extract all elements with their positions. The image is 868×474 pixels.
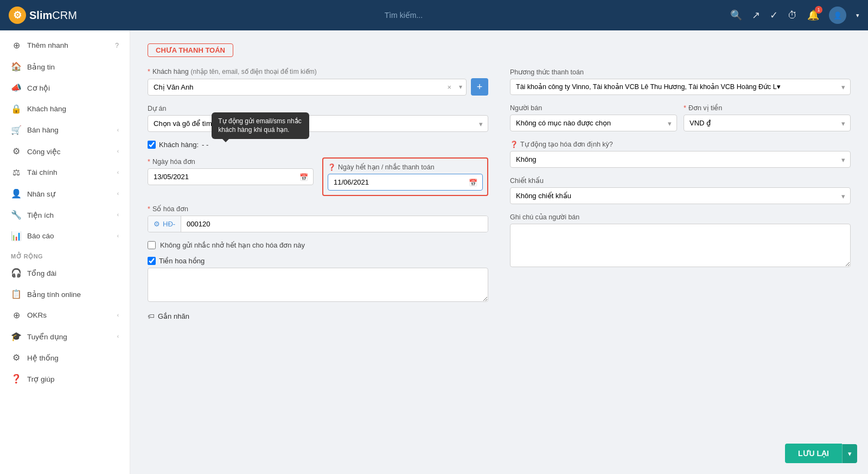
- logo-gear-icon: ⚙: [9, 7, 26, 24]
- arrow-icon-6: ‹: [117, 233, 119, 239]
- sidebar-item-he-thong[interactable]: ⚙ Hệ thống: [0, 347, 130, 368]
- save-button[interactable]: LƯU LẠI: [785, 444, 842, 463]
- sidebar-label-co-hoi: Cơ hội: [27, 84, 50, 92]
- project-field-group: Dự án Chọn và gõ để tìm kiếm: [148, 104, 488, 132]
- customer-row: × ▾ +: [148, 78, 488, 96]
- invoice-number-group: * Số hóa đơn ⚙ HĐ- 000120: [148, 205, 488, 232]
- no-reminder-checkbox[interactable]: [148, 241, 156, 249]
- sidebar-item-co-hoi[interactable]: 📣 Cơ hội: [0, 77, 130, 98]
- avatar-dropdown-icon[interactable]: ▾: [856, 12, 859, 19]
- commission-group: Tiền hoa hồng: [148, 257, 488, 304]
- invoice-prefix-button[interactable]: ⚙ HĐ-: [148, 216, 181, 232]
- payment-method-wrapper: Tài khoản công ty Vinno, Tài khoản VCB L…: [510, 79, 851, 95]
- tag-row: 🏷 Gắn nhãn: [148, 312, 488, 320]
- sidebar-item-bang-tinh-online[interactable]: 📋 Bảng tính online: [0, 283, 130, 305]
- expiry-date-calendar-icon[interactable]: 📅: [469, 178, 477, 186]
- home-icon: 🏠: [11, 61, 22, 72]
- invoice-number-input[interactable]: 000120: [181, 216, 488, 232]
- project-select-wrapper: Chọn và gõ để tìm kiếm: [148, 115, 488, 132]
- no-reminder-label[interactable]: Không gửi nhắc nhở hết hạn cho hóa đơn n…: [160, 241, 305, 249]
- discount-select[interactable]: Không chiết khấu: [510, 187, 851, 204]
- sidebar-item-cong-viec[interactable]: ⚙ Công việc ‹: [0, 141, 130, 162]
- clock-icon[interactable]: ⏱: [788, 10, 797, 21]
- save-button-row: LƯU LẠI ▾: [785, 444, 857, 463]
- topnav: ⚙ SlimCRM Tìm kiếm... 🔍 ↗ ✓ ⏱ 🔔 1 👤 ▾: [0, 0, 868, 30]
- seller-group: Người bán Không có mục nào được chọn: [510, 104, 677, 131]
- tooltip-box: Tự động gửi email/sms nhắc khách hàng kh…: [212, 112, 309, 140]
- currency-select[interactable]: VND ₫: [684, 115, 851, 131]
- commission-textarea[interactable]: [148, 268, 488, 302]
- sidebar-item-ban-hang[interactable]: 🛒 Bán hàng ‹: [0, 119, 130, 141]
- currency-group: * Đơn vị tiền VND ₫: [684, 104, 851, 131]
- sidebar-label-tien-ich: Tiện ích: [27, 211, 54, 219]
- arrow-icon-5: ‹: [117, 212, 119, 218]
- seller-currency-row: Người bán Không có mục nào được chọn * Đ…: [510, 104, 851, 131]
- logo-text: SlimCRM: [29, 9, 77, 22]
- discount-group: Chiết khấu Không chiết khấu: [510, 176, 851, 204]
- share-icon[interactable]: ↗: [752, 9, 760, 21]
- project-label: Dự án: [148, 104, 488, 112]
- form-right-column: Phương thức thanh toán Tài khoản công ty…: [510, 68, 851, 329]
- logo[interactable]: ⚙ SlimCRM: [9, 7, 77, 24]
- sidebar-item-tuyen-dung[interactable]: 🎓 Tuyển dụng ‹: [0, 326, 130, 347]
- sidebar-item-tai-chinh[interactable]: ⚖ Tài chính ‹: [0, 162, 130, 183]
- commission-checkbox[interactable]: [148, 257, 156, 265]
- sidebar-label-cong-viec: Công việc: [27, 147, 61, 156]
- sidebar-item-bang-tin[interactable]: 🏠 Bảng tin: [0, 56, 130, 77]
- phone-icon: 🎧: [11, 268, 22, 278]
- customer-dropdown-icon[interactable]: ▾: [459, 83, 462, 91]
- expiry-date-label: ❓ Ngày hết hạn / nhắc thanh toán: [328, 163, 483, 171]
- arrow-icon-7: ‹: [117, 312, 119, 318]
- sidebar-label-he-thong: Hệ thống: [27, 353, 59, 362]
- utility-icon: 🔧: [11, 210, 22, 220]
- payment-method-label: Phương thức thanh toán: [510, 68, 851, 76]
- expiry-date-input[interactable]: [328, 174, 483, 191]
- save-dropdown-button[interactable]: ▾: [842, 444, 857, 463]
- task-list-icon: ⚙: [11, 146, 22, 156]
- sidebar-item-nhan-su[interactable]: 👤 Nhân sự ‹: [0, 183, 130, 204]
- search-icon[interactable]: 🔍: [730, 9, 742, 21]
- customer-input-wrapper: × ▾: [148, 79, 467, 96]
- discount-select-wrapper: Không chiết khấu: [510, 187, 851, 204]
- payment-method-group: Phương thức thanh toán Tài khoản công ty…: [510, 68, 851, 95]
- main-content: CHƯA THANH TOÁN * Khách hàng (nhập tên, …: [130, 30, 868, 474]
- sidebar-label-tai-chinh: Tài chính: [27, 168, 58, 176]
- invoice-date-calendar-icon[interactable]: 📅: [299, 173, 308, 181]
- auto-invoice-help-icon: ❓: [510, 141, 518, 148]
- sidebar-item-tien-ich[interactable]: 🔧 Tiện ích ‹: [0, 204, 130, 225]
- sidebar-label-bang-tin: Bảng tin: [27, 62, 55, 71]
- date-fields-section: * Ngày hóa đơn 📅: [148, 157, 488, 196]
- invoice-date-row: 📅: [148, 168, 314, 185]
- customer-info-checkbox[interactable]: [148, 141, 156, 149]
- currency-select-wrapper: VND ₫: [684, 115, 851, 131]
- sidebar-item-okrs[interactable]: ⊕ OKRs ‹: [0, 305, 130, 326]
- customer-input[interactable]: [148, 79, 467, 96]
- sidebar-item-them-nhanh[interactable]: ⊕ Thêm nhanh ?: [0, 35, 130, 56]
- seller-note-label: Ghi chú của người bán: [510, 213, 851, 221]
- auto-invoice-select[interactable]: Không: [510, 151, 851, 168]
- status-badge: CHƯA THANH TOÁN: [148, 43, 233, 57]
- sidebar-item-bao-cao[interactable]: 📊 Báo cáo ‹: [0, 225, 130, 247]
- payment-method-select[interactable]: Tài khoản công ty Vinno, Tài khoản VCB L…: [510, 79, 851, 95]
- date-fields-row: * Ngày hóa đơn 📅: [148, 157, 488, 196]
- seller-select[interactable]: Không có mục nào được chọn: [510, 115, 677, 131]
- user-avatar[interactable]: 👤: [829, 7, 846, 24]
- arrow-icon-4: ‹: [117, 191, 119, 197]
- customer-clear-button[interactable]: ×: [447, 83, 451, 91]
- system-icon: ⚙: [11, 352, 22, 363]
- seller-select-wrapper: Không có mục nào được chọn: [510, 115, 677, 131]
- customer-add-button[interactable]: +: [471, 78, 488, 96]
- invoice-date-input[interactable]: [148, 168, 314, 185]
- sidebar-label-tong-dai: Tổng đài: [27, 269, 56, 277]
- sidebar-item-khach-hang[interactable]: 🔒 Khách hàng: [0, 98, 130, 119]
- seller-note-textarea[interactable]: [510, 224, 851, 267]
- sales-icon: 🛒: [11, 125, 22, 135]
- sidebar-item-tro-giup[interactable]: ❓ Trợ giúp: [0, 368, 130, 389]
- project-select[interactable]: Chọn và gõ để tìm kiếm: [148, 115, 488, 132]
- customer-icon: 🔒: [11, 104, 22, 114]
- task-icon[interactable]: ✓: [770, 9, 778, 21]
- tooltip-text: Tự động gửi email/sms nhắc khách hàng kh…: [218, 117, 301, 134]
- notification-bell[interactable]: 🔔 1: [807, 9, 819, 21]
- topnav-icons: 🔍 ↗ ✓ ⏱ 🔔 1 👤 ▾: [730, 7, 859, 24]
- sidebar-item-tong-dai[interactable]: 🎧 Tổng đài: [0, 262, 130, 283]
